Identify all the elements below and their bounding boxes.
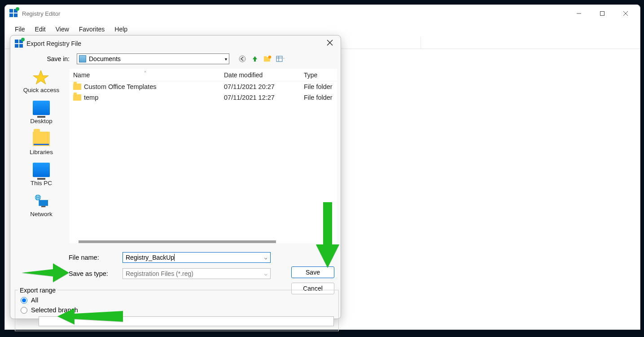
horizontal-scrollbar[interactable] bbox=[79, 240, 276, 243]
new-folder-icon[interactable] bbox=[263, 55, 272, 63]
menu-view[interactable]: View bbox=[51, 24, 74, 35]
save-in-label: Save in: bbox=[24, 55, 73, 62]
place-this-pc[interactable]: This PC bbox=[14, 163, 69, 186]
menu-file[interactable]: File bbox=[10, 24, 30, 35]
list-item[interactable]: temp 07/11/2021 12:27 File folder bbox=[70, 92, 337, 103]
save-type-select[interactable]: Registration Files (*.reg) ⌵ bbox=[123, 268, 271, 279]
dialog-toolbar bbox=[238, 55, 284, 63]
minimize-button[interactable] bbox=[567, 5, 591, 22]
place-desktop[interactable]: Desktop bbox=[14, 101, 69, 124]
dialog-app-icon bbox=[15, 40, 23, 48]
radio-selected-branch[interactable] bbox=[21, 307, 27, 314]
save-in-row: Save in: Documents ▾ bbox=[10, 52, 341, 69]
folder-icon bbox=[73, 94, 81, 101]
view-menu-icon[interactable] bbox=[276, 55, 284, 63]
place-label: Desktop bbox=[30, 118, 53, 124]
back-icon[interactable] bbox=[238, 55, 246, 63]
documents-icon bbox=[79, 55, 86, 62]
save-in-select[interactable]: Documents ▾ bbox=[77, 53, 229, 64]
regedit-app-icon bbox=[9, 9, 18, 18]
sort-asc-icon: ˄ bbox=[144, 71, 146, 75]
save-in-value: Documents bbox=[89, 55, 121, 62]
place-network[interactable]: Network bbox=[14, 194, 69, 217]
annotation-arrow-filename bbox=[21, 262, 70, 283]
annotation-arrow-save bbox=[314, 201, 341, 269]
star-icon bbox=[33, 70, 50, 84]
annotation-arrow-all bbox=[57, 307, 124, 325]
menubar: File Edit View Favorites Help bbox=[5, 22, 640, 36]
window-controls bbox=[567, 5, 637, 22]
desktop-icon bbox=[33, 101, 50, 115]
place-label: Libraries bbox=[30, 149, 53, 155]
up-icon[interactable] bbox=[251, 55, 259, 63]
export-range-legend: Export range bbox=[18, 287, 57, 294]
list-header: Name˄ Date modified Type bbox=[70, 69, 337, 81]
place-quick-access[interactable]: Quick access bbox=[14, 70, 69, 93]
network-icon bbox=[33, 194, 50, 208]
svg-rect-10 bbox=[276, 56, 282, 62]
place-libraries[interactable]: Libraries bbox=[14, 132, 69, 155]
save-type-label: Save as type: bbox=[69, 270, 123, 277]
file-name-input[interactable]: Registry_BackUp ⌵ bbox=[123, 252, 271, 263]
col-type[interactable]: Type bbox=[300, 71, 337, 79]
menu-edit[interactable]: Edit bbox=[31, 24, 50, 35]
list-item[interactable]: Custom Office Templates 07/11/2021 20:27… bbox=[70, 81, 337, 92]
app-title: Registry Editor bbox=[22, 10, 60, 17]
close-button[interactable] bbox=[614, 5, 637, 22]
menu-help[interactable]: Help bbox=[110, 24, 132, 35]
folder-icon bbox=[73, 84, 81, 90]
file-list[interactable]: Name˄ Date modified Type Custom Office T… bbox=[70, 69, 337, 243]
titlebar: Registry Editor bbox=[5, 5, 640, 22]
places-bar: Quick access Desktop Libraries This PC N… bbox=[14, 69, 69, 243]
maximize-button[interactable] bbox=[591, 5, 614, 22]
place-label: Quick access bbox=[23, 87, 59, 93]
dialog-title: Export Registry File bbox=[26, 40, 81, 47]
svg-point-6 bbox=[239, 56, 245, 62]
svg-point-9 bbox=[268, 56, 272, 59]
radio-all[interactable] bbox=[21, 297, 27, 304]
col-date[interactable]: Date modified bbox=[220, 71, 300, 79]
chevron-down-icon: ▾ bbox=[225, 57, 227, 62]
svg-rect-1 bbox=[600, 12, 605, 16]
libraries-icon bbox=[33, 132, 50, 146]
svg-rect-14 bbox=[39, 200, 48, 206]
thispc-icon bbox=[33, 163, 50, 177]
close-icon[interactable] bbox=[324, 40, 336, 48]
chevron-down-icon[interactable]: ⌵ bbox=[264, 255, 267, 261]
place-label: Network bbox=[30, 211, 53, 217]
chevron-down-icon[interactable]: ⌵ bbox=[264, 271, 267, 277]
menu-favorites[interactable]: Favorites bbox=[74, 24, 110, 35]
svg-rect-8 bbox=[264, 56, 267, 58]
dialog-titlebar: Export Registry File bbox=[10, 35, 341, 52]
place-label: This PC bbox=[31, 180, 52, 186]
col-name[interactable]: Name˄ bbox=[70, 71, 220, 79]
svg-rect-15 bbox=[41, 206, 45, 207]
radio-all-label: All bbox=[31, 297, 38, 304]
file-name-label: File name: bbox=[69, 254, 123, 261]
